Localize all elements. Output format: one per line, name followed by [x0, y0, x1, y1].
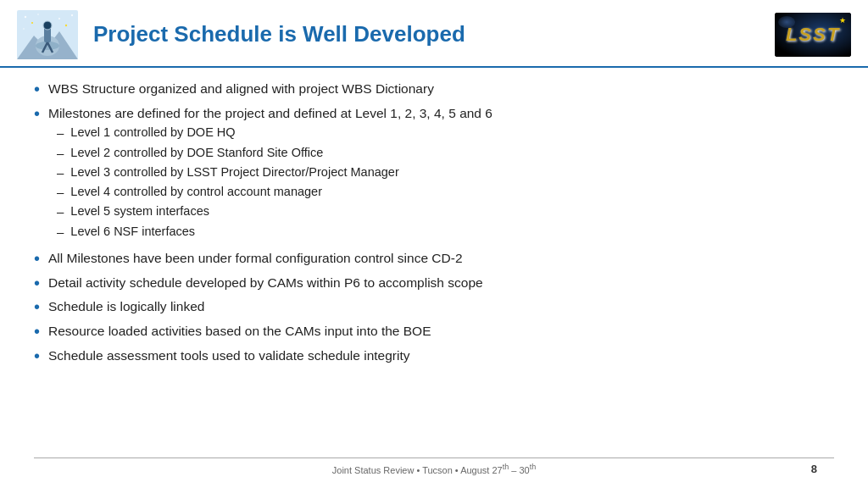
bullet-dot-icon: • [34, 323, 40, 340]
sub-item-text: Level 2 controlled by DOE Stanford Site … [70, 145, 323, 162]
slide-content: •WBS Structure organized and aligned wit… [0, 68, 868, 488]
svg-point-12 [31, 22, 33, 24]
sub-item-1-0: –Level 1 controlled by DOE HQ [57, 125, 834, 141]
sub-item-text: Level 4 controlled by control account ma… [70, 184, 322, 201]
bullet-item-3: •Detail activity schedule developed by C… [34, 274, 834, 292]
bullet-text-0: WBS Structure organized and aligned with… [48, 80, 834, 98]
bullet-item-2: •All Milestones have been under formal c… [34, 249, 834, 268]
svg-point-3 [58, 18, 60, 19]
dash-icon: – [57, 224, 64, 241]
bullet-item-5: •Resource loaded activities based on the… [34, 322, 834, 341]
bullet-item-6: •Schedule assessment tools used to valid… [34, 347, 834, 365]
svg-point-14 [23, 28, 25, 30]
bullet-label: Schedule is logically linked [48, 299, 204, 313]
dash-icon: – [57, 184, 64, 201]
bullet-dot-icon: • [34, 298, 40, 315]
dash-icon: – [57, 125, 64, 141]
bullet-text-2: All Milestones have been under formal co… [48, 249, 834, 268]
bullet-text-1: Milestones are defined for the project a… [48, 104, 834, 243]
sub-item-text: Level 3 controlled by LSST Project Direc… [70, 164, 398, 181]
bullet-text-5: Resource loaded activities based on the … [48, 322, 834, 341]
slide-title: Project Schedule is Well Developed [78, 21, 775, 47]
sub-list-1: –Level 1 controlled by DOE HQ–Level 2 co… [57, 125, 834, 241]
telescope-logo-icon [17, 10, 78, 59]
bullet-label: Detail activity schedule developed by CA… [48, 275, 483, 290]
lsst-star-icon: ★ [839, 16, 846, 25]
bullet-dot-icon: • [34, 250, 40, 267]
sub-item-1-5: –Level 6 NSF interfaces [57, 224, 834, 241]
sub-item-text: Level 1 controlled by DOE HQ [70, 125, 235, 141]
svg-point-4 [71, 14, 73, 16]
bullet-item-1: •Milestones are defined for the project … [34, 104, 834, 243]
dash-icon: – [57, 203, 64, 220]
bullet-dot-icon: • [34, 347, 40, 364]
bullet-dot-icon: • [34, 105, 40, 122]
bullet-item-4: •Schedule is logically linked [34, 297, 834, 316]
bullet-label: Milestones are defined for the project a… [48, 106, 492, 120]
lsst-logo: LSST ★ [775, 13, 851, 57]
sub-item-text: Level 5 system interfaces [70, 203, 209, 220]
footer-page-number: 8 [800, 463, 817, 475]
main-bullet-list: •WBS Structure organized and aligned wit… [34, 80, 834, 458]
bullet-text-3: Detail activity schedule developed by CA… [48, 274, 834, 292]
slide-footer: Joint Status Review • Tucson • August 27… [34, 458, 834, 480]
slide: Project Schedule is Well Developed LSST … [0, 0, 868, 488]
dash-icon: – [57, 164, 64, 181]
slide-header: Project Schedule is Well Developed LSST … [0, 0, 868, 68]
bullet-label: Resource loaded activities based on the … [48, 324, 431, 338]
bullet-label: WBS Structure organized and aligned with… [48, 81, 434, 96]
bullet-text-4: Schedule is logically linked [48, 297, 834, 316]
svg-point-2 [37, 14, 39, 15]
svg-point-13 [65, 25, 67, 26]
sub-item-1-3: –Level 4 controlled by control account m… [57, 184, 834, 201]
sub-item-text: Level 6 NSF interfaces [70, 224, 195, 241]
sub-item-1-2: –Level 3 controlled by LSST Project Dire… [57, 164, 834, 181]
svg-point-1 [25, 16, 26, 18]
lsst-logo-text: LSST [786, 24, 840, 46]
bullet-label: All Milestones have been under formal co… [48, 251, 463, 265]
bullet-dot-icon: • [34, 274, 40, 291]
bullet-item-0: •WBS Structure organized and aligned wit… [34, 80, 834, 98]
svg-point-11 [43, 21, 52, 30]
bullet-dot-icon: • [34, 80, 40, 97]
footer-center-text: Joint Status Review • Tucson • August 27… [68, 463, 800, 475]
sub-item-1-1: –Level 2 controlled by DOE Stanford Site… [57, 145, 834, 162]
dash-icon: – [57, 145, 64, 162]
bullet-text-6: Schedule assessment tools used to valida… [48, 347, 834, 365]
bullet-label: Schedule assessment tools used to valida… [48, 348, 410, 363]
sub-item-1-4: –Level 5 system interfaces [57, 203, 834, 220]
